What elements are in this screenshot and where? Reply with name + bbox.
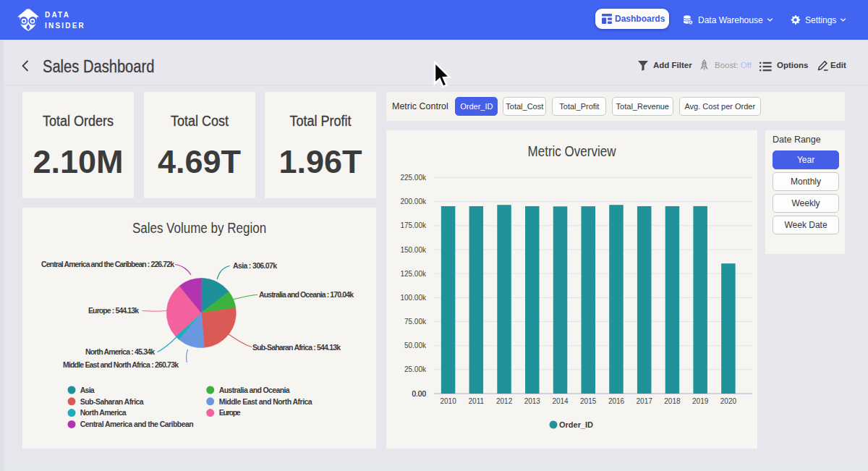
svg-text:0.00: 0.00 [412, 390, 427, 398]
svg-text:175.00k: 175.00k [400, 221, 427, 229]
svg-text:2017: 2017 [637, 397, 653, 405]
svg-text:2015: 2015 [580, 397, 597, 405]
svg-text:2018: 2018 [664, 397, 681, 405]
svg-text:Australia and Oceania: Australia and Oceania [219, 386, 290, 394]
svg-text:2013: 2013 [524, 397, 541, 405]
svg-text:2014: 2014 [552, 397, 569, 405]
svg-text:Central America and the Caribb: Central America and the Caribbean [80, 420, 194, 428]
svg-text:225.00k: 225.00k [400, 174, 427, 182]
svg-text:150.00k: 150.00k [400, 246, 427, 254]
svg-text:2011: 2011 [469, 397, 485, 405]
svg-text:Asia: Asia [80, 386, 95, 394]
svg-text:Sub-Saharan Africa: Sub-Saharan Africa [80, 397, 144, 406]
svg-text:2019: 2019 [692, 397, 709, 405]
svg-text:2020: 2020 [720, 397, 737, 405]
svg-text:125.00k: 125.00k [400, 270, 427, 278]
svg-text:100.00k: 100.00k [400, 294, 427, 302]
svg-text:2012: 2012 [496, 397, 513, 405]
svg-text:Middle East and North Africa: Middle East and North Africa [219, 397, 312, 406]
svg-text:50.00k: 50.00k [404, 341, 427, 349]
svg-text:2010: 2010 [440, 397, 456, 405]
svg-text:North America: North America [80, 408, 127, 417]
svg-text:Asia : 306.07k: Asia : 306.07k [233, 261, 277, 270]
svg-text:Australia and Oceania : 170.04: Australia and Oceania : 170.04k [259, 290, 354, 299]
svg-text:Europe : 544.13k: Europe : 544.13k [88, 306, 139, 315]
svg-text:2016: 2016 [608, 397, 625, 405]
svg-text:Sub-Saharan Africa : 544.13k: Sub-Saharan Africa : 544.13k [252, 343, 341, 352]
svg-text:Order_ID: Order_ID [559, 420, 593, 429]
svg-text:Central America and the Caribb: Central America and the Caribbean : 226.… [41, 260, 174, 268]
svg-text:25.00k: 25.00k [404, 365, 427, 373]
svg-text:200.00k: 200.00k [400, 198, 427, 205]
svg-text:Middle East and North Africa :: Middle East and North Africa : 260.73k [63, 360, 179, 369]
svg-text:Europe: Europe [219, 408, 241, 417]
svg-text:75.00k: 75.00k [404, 318, 427, 326]
svg-text:North America : 45.34k: North America : 45.34k [85, 347, 155, 356]
